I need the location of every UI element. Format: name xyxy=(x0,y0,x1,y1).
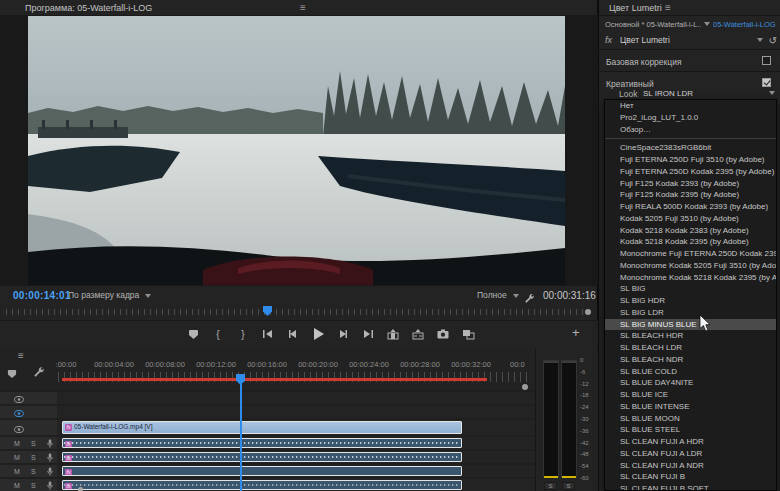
timeline-hscroll-knob[interactable] xyxy=(78,487,83,491)
timeline-panel-menu-icon[interactable]: ≡ xyxy=(18,350,24,361)
audio-clip[interactable]: fx xyxy=(62,466,462,476)
video-clip[interactable]: fx 05-Waterfall-i-LOG.mp4 [V] xyxy=(62,421,462,434)
look-option[interactable]: Обзор… xyxy=(605,124,776,136)
audio-clip[interactable]: fx xyxy=(62,438,462,448)
look-option[interactable]: CineSpace2383sRGB6bit xyxy=(605,142,776,154)
add-marker-button[interactable] xyxy=(185,326,201,342)
look-option[interactable]: SL BLUE MOON xyxy=(605,413,776,425)
meter-solo-left-button[interactable]: S xyxy=(544,482,557,490)
mute-button[interactable]: M xyxy=(14,454,20,461)
look-option[interactable]: SL CLEAN FUJI A LDR xyxy=(605,448,776,460)
solo-button[interactable]: S xyxy=(31,454,36,461)
timeline-wrench-icon[interactable] xyxy=(33,364,45,382)
step-back-button[interactable] xyxy=(285,326,301,342)
scroll-end-knob[interactable] xyxy=(585,309,591,315)
look-option[interactable]: SL BLUE INTENSE xyxy=(605,401,776,413)
look-option[interactable]: SL BLUE COLD xyxy=(605,366,776,378)
look-option[interactable]: SL CLEAN FUJI B xyxy=(605,471,776,483)
look-option[interactable]: Fuji F125 Kodak 2393 (by Adobe) xyxy=(605,178,776,190)
mute-button[interactable]: M xyxy=(14,468,20,475)
look-option[interactable]: SL BIG xyxy=(605,283,776,295)
look-option-label: Обзор… xyxy=(620,125,651,134)
look-option[interactable]: Fuji ETERNA 250D Fuji 3510 (by Adobe) xyxy=(605,154,776,166)
look-option[interactable]: Kodak 5218 Kodak 2383 (by Adobe) xyxy=(605,225,776,237)
mark-out-button[interactable]: } xyxy=(235,326,251,342)
effect-select[interactable]: Цвет Lumetri xyxy=(620,35,763,45)
export-frame-button[interactable] xyxy=(435,326,451,342)
lumetri-tab-title[interactable]: Цвет Lumetri xyxy=(609,3,662,13)
master-clip-select[interactable]: Основной * 05-Waterfall-i-L... xyxy=(605,20,701,29)
track-a3: M S fx xyxy=(0,465,535,477)
go-to-out-button[interactable] xyxy=(360,326,376,342)
look-option[interactable]: Pro2_iLog_LUT_1.0.0 xyxy=(605,112,776,124)
playback-resolution-value: Полное xyxy=(477,290,507,300)
audio-waveform xyxy=(64,442,460,445)
mute-button[interactable]: M xyxy=(14,440,20,447)
look-option[interactable]: SL BLEACH NDR xyxy=(605,354,776,366)
mark-in-button[interactable]: { xyxy=(210,326,226,342)
comparison-view-button[interactable] xyxy=(460,326,476,342)
lumetri-tab-bar: Цвет Lumetri ≡ xyxy=(599,0,780,15)
monitor-scrub-ruler[interactable] xyxy=(0,304,598,318)
panel-menu-icon[interactable]: ≡ xyxy=(300,2,306,13)
timeline-marker-icon[interactable] xyxy=(7,365,17,383)
section-basic-correction[interactable]: Базовая коррекция xyxy=(599,52,780,70)
audio-clip[interactable]: fx xyxy=(62,452,462,462)
look-option[interactable]: Monochrome Fuji ETERNA 250D Kodak 2395 (… xyxy=(605,248,776,260)
track-output-eye-icon[interactable] xyxy=(14,419,24,437)
look-option[interactable]: SL BLEACH LDR xyxy=(605,342,776,354)
basic-correction-checkbox[interactable] xyxy=(762,56,771,65)
look-dropdown-local-group: Нет Pro2_iLog_LUT_1.0.0 Обзор… xyxy=(605,100,776,135)
look-option[interactable]: Fuji ETERNA 250D Kodak 2395 (by Adobe) xyxy=(605,166,776,178)
look-option[interactable]: Monochrome Kodak 5218 Kodak 2395 (by Ado… xyxy=(605,272,776,284)
look-option-label: SL BLUE COLD xyxy=(620,367,677,376)
look-option[interactable]: SL BLUE ICE xyxy=(605,389,776,401)
audio-clip[interactable]: fx xyxy=(62,480,462,490)
extract-button[interactable] xyxy=(410,326,426,342)
panel-menu-icon[interactable]: ≡ xyxy=(665,2,671,13)
look-option[interactable]: Нет xyxy=(605,100,776,112)
solo-button[interactable]: S xyxy=(31,482,36,489)
look-option-label: SL BLUE MOON xyxy=(620,414,680,423)
ruler-label: 00:00:16:00 xyxy=(247,360,287,369)
look-option[interactable]: Fuji F125 Kodak 2395 (by Adobe) xyxy=(605,189,776,201)
solo-button[interactable]: S xyxy=(31,440,36,447)
look-option[interactable]: SL BLEACH HDR xyxy=(605,330,776,342)
reset-effect-icon[interactable]: ↺ xyxy=(769,35,777,46)
play-button[interactable] xyxy=(310,326,326,342)
voiceover-mic-icon[interactable] xyxy=(47,476,53,491)
db-label: -30 xyxy=(580,416,596,422)
button-editor-plus[interactable]: + xyxy=(572,325,580,340)
look-select[interactable]: SL IRON LDR xyxy=(643,87,775,99)
timeline-tracks: fx 05-Waterfall-i-LOG.mp4 [V] M S fx xyxy=(0,390,535,491)
look-option[interactable]: SL CLEAN FUJI A NDR xyxy=(605,460,776,472)
look-option[interactable]: Kodak 5218 Kodak 2395 (by Adobe) xyxy=(605,236,776,248)
look-option[interactable]: Fuji REALA 500D Kodak 2393 (by Adobe) xyxy=(605,201,776,213)
mute-button[interactable]: M xyxy=(14,482,20,489)
zoom-level-select[interactable]: По размеру кадра xyxy=(68,290,151,300)
look-option[interactable]: SL CLEAN FUJI A HDR xyxy=(605,436,776,448)
track-v3-header xyxy=(0,392,57,404)
timeline-playhead-line[interactable] xyxy=(240,384,242,491)
look-option[interactable]: SL BIG LDR xyxy=(605,307,776,319)
step-forward-button[interactable] xyxy=(335,326,351,342)
ruler-ticks xyxy=(6,309,590,315)
lift-button[interactable] xyxy=(385,326,401,342)
look-option[interactable]: SL CLEAN FUJI B SOFT xyxy=(605,483,776,491)
look-option[interactable]: SL BIG MINUS BLUE xyxy=(605,319,776,331)
program-panel-title[interactable]: Программа: 05-Waterfall-i-LOG xyxy=(25,3,152,13)
ruler-label: 00:00:32:00 xyxy=(451,360,491,369)
look-option[interactable]: Kodak 5205 Fuji 3510 (by Adobe) xyxy=(605,213,776,225)
sequence-clip-link[interactable]: 05-Waterfall-i-LOG * 05-W... xyxy=(713,20,777,29)
go-to-in-button[interactable] xyxy=(260,326,276,342)
look-option[interactable]: SL BIG HDR xyxy=(605,295,776,307)
playback-resolution-select[interactable]: Полное xyxy=(477,290,519,300)
look-option[interactable]: SL BLUE STEEL xyxy=(605,424,776,436)
timeline-ruler[interactable]: :00:0000:00:04:0000:00:08:0000:00:12:000… xyxy=(58,358,530,390)
look-option[interactable]: SL BLUE DAY4NITE xyxy=(605,377,776,389)
meter-solo-right-button[interactable]: S xyxy=(562,482,575,490)
look-option[interactable]: Monochrome Kodak 5205 Fuji 3510 (by Adob… xyxy=(605,260,776,272)
look-option-label: Monochrome Kodak 5205 Fuji 3510 (by Adob… xyxy=(620,261,777,270)
db-label: -42 xyxy=(580,440,596,446)
solo-button[interactable]: S xyxy=(31,468,36,475)
